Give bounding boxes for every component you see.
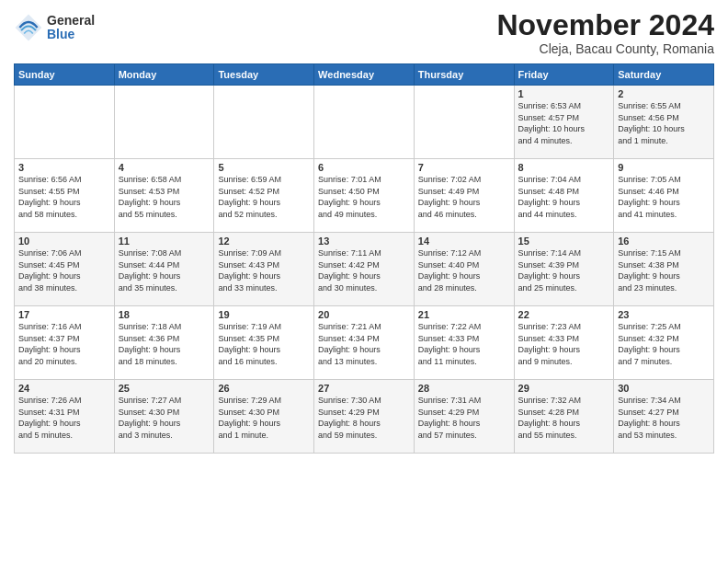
day-number: 3	[18, 162, 110, 173]
day-number: 20	[318, 309, 410, 320]
header-tuesday: Tuesday	[214, 64, 314, 86]
day-number: 7	[418, 162, 510, 173]
day-number: 27	[318, 383, 410, 394]
cell-0-0	[15, 86, 115, 159]
day-info: Sunrise: 7:27 AM Sunset: 4:30 PM Dayligh…	[119, 395, 210, 441]
day-info: Sunrise: 7:21 AM Sunset: 4:34 PM Dayligh…	[318, 321, 410, 367]
header: General Blue November 2024 Cleja, Bacau …	[14, 9, 714, 56]
header-thursday: Thursday	[414, 64, 514, 86]
cell-3-3: 20Sunrise: 7:21 AM Sunset: 4:34 PM Dayli…	[314, 306, 415, 380]
day-info: Sunrise: 7:31 AM Sunset: 4:29 PM Dayligh…	[418, 395, 510, 441]
svg-marker-0	[16, 15, 42, 41]
cell-4-3: 27Sunrise: 7:30 AM Sunset: 4:29 PM Dayli…	[314, 380, 415, 454]
cell-1-0: 3Sunrise: 6:56 AM Sunset: 4:55 PM Daylig…	[15, 159, 115, 233]
title-section: November 2024 Cleja, Bacau County, Roman…	[496, 9, 714, 56]
week-row-2: 10Sunrise: 7:06 AM Sunset: 4:45 PM Dayli…	[15, 233, 714, 306]
cell-1-4: 7Sunrise: 7:02 AM Sunset: 4:49 PM Daylig…	[414, 159, 514, 233]
day-number: 18	[119, 309, 210, 320]
cell-4-2: 26Sunrise: 7:29 AM Sunset: 4:30 PM Dayli…	[214, 380, 314, 454]
day-number: 8	[518, 162, 610, 173]
cell-0-2	[214, 86, 314, 159]
day-number: 15	[518, 236, 610, 247]
day-number: 2	[618, 88, 710, 99]
day-info: Sunrise: 7:16 AM Sunset: 4:37 PM Dayligh…	[18, 321, 110, 367]
day-number: 23	[618, 309, 710, 320]
day-number: 11	[119, 236, 210, 247]
logo-blue-text: Blue	[47, 28, 95, 41]
day-info: Sunrise: 7:32 AM Sunset: 4:28 PM Dayligh…	[518, 395, 610, 441]
logo: General Blue	[14, 13, 95, 42]
logo-text: General Blue	[47, 14, 95, 42]
cell-2-1: 11Sunrise: 7:08 AM Sunset: 4:44 PM Dayli…	[114, 233, 214, 306]
day-info: Sunrise: 7:11 AM Sunset: 4:42 PM Dayligh…	[318, 247, 410, 293]
day-number: 5	[218, 162, 310, 173]
cell-3-0: 17Sunrise: 7:16 AM Sunset: 4:37 PM Dayli…	[15, 306, 115, 380]
day-info: Sunrise: 7:08 AM Sunset: 4:44 PM Dayligh…	[119, 247, 210, 293]
day-info: Sunrise: 6:56 AM Sunset: 4:55 PM Dayligh…	[18, 174, 110, 220]
cell-4-6: 30Sunrise: 7:34 AM Sunset: 4:27 PM Dayli…	[614, 380, 714, 454]
header-saturday: Saturday	[614, 64, 714, 86]
day-number: 14	[418, 236, 510, 247]
day-number: 24	[18, 383, 110, 394]
header-sunday: Sunday	[15, 64, 115, 86]
cell-2-6: 16Sunrise: 7:15 AM Sunset: 4:38 PM Dayli…	[614, 233, 714, 306]
day-number: 26	[218, 383, 310, 394]
day-info: Sunrise: 7:15 AM Sunset: 4:38 PM Dayligh…	[618, 247, 710, 293]
day-info: Sunrise: 7:25 AM Sunset: 4:32 PM Dayligh…	[618, 321, 710, 367]
day-number: 12	[218, 236, 310, 247]
cell-4-4: 28Sunrise: 7:31 AM Sunset: 4:29 PM Dayli…	[414, 380, 514, 454]
cell-4-1: 25Sunrise: 7:27 AM Sunset: 4:30 PM Dayli…	[114, 380, 214, 454]
week-row-0: 1Sunrise: 6:53 AM Sunset: 4:57 PM Daylig…	[15, 86, 714, 159]
cell-1-5: 8Sunrise: 7:04 AM Sunset: 4:48 PM Daylig…	[514, 159, 614, 233]
cell-2-5: 15Sunrise: 7:14 AM Sunset: 4:39 PM Dayli…	[514, 233, 614, 306]
cell-0-5: 1Sunrise: 6:53 AM Sunset: 4:57 PM Daylig…	[514, 86, 614, 159]
cell-3-6: 23Sunrise: 7:25 AM Sunset: 4:32 PM Dayli…	[614, 306, 714, 380]
cell-3-2: 19Sunrise: 7:19 AM Sunset: 4:35 PM Dayli…	[214, 306, 314, 380]
header-row: Sunday Monday Tuesday Wednesday Thursday…	[15, 64, 714, 86]
day-number: 30	[618, 383, 710, 394]
cell-1-2: 5Sunrise: 6:59 AM Sunset: 4:52 PM Daylig…	[214, 159, 314, 233]
cell-4-5: 29Sunrise: 7:32 AM Sunset: 4:28 PM Dayli…	[514, 380, 614, 454]
week-row-3: 17Sunrise: 7:16 AM Sunset: 4:37 PM Dayli…	[15, 306, 714, 380]
location: Cleja, Bacau County, Romania	[496, 41, 714, 56]
logo-icon	[14, 13, 43, 42]
day-info: Sunrise: 7:18 AM Sunset: 4:36 PM Dayligh…	[119, 321, 210, 367]
week-row-1: 3Sunrise: 6:56 AM Sunset: 4:55 PM Daylig…	[15, 159, 714, 233]
cell-1-1: 4Sunrise: 6:58 AM Sunset: 4:53 PM Daylig…	[114, 159, 214, 233]
day-number: 19	[218, 309, 310, 320]
day-number: 28	[418, 383, 510, 394]
cell-0-6: 2Sunrise: 6:55 AM Sunset: 4:56 PM Daylig…	[614, 86, 714, 159]
cell-0-4	[414, 86, 514, 159]
month-title: November 2024	[496, 9, 714, 41]
day-number: 22	[518, 309, 610, 320]
cell-1-3: 6Sunrise: 7:01 AM Sunset: 4:50 PM Daylig…	[314, 159, 415, 233]
day-info: Sunrise: 7:09 AM Sunset: 4:43 PM Dayligh…	[218, 247, 310, 293]
day-info: Sunrise: 7:04 AM Sunset: 4:48 PM Dayligh…	[518, 174, 610, 220]
day-info: Sunrise: 7:14 AM Sunset: 4:39 PM Dayligh…	[518, 247, 610, 293]
day-info: Sunrise: 7:02 AM Sunset: 4:49 PM Dayligh…	[418, 174, 510, 220]
calendar-table: Sunday Monday Tuesday Wednesday Thursday…	[14, 63, 714, 454]
cell-3-1: 18Sunrise: 7:18 AM Sunset: 4:36 PM Dayli…	[114, 306, 214, 380]
cell-2-4: 14Sunrise: 7:12 AM Sunset: 4:40 PM Dayli…	[414, 233, 514, 306]
header-friday: Friday	[514, 64, 614, 86]
day-number: 16	[618, 236, 710, 247]
logo-general-text: General	[47, 14, 95, 28]
cell-2-3: 13Sunrise: 7:11 AM Sunset: 4:42 PM Dayli…	[314, 233, 415, 306]
day-info: Sunrise: 7:05 AM Sunset: 4:46 PM Dayligh…	[618, 174, 710, 220]
day-info: Sunrise: 6:58 AM Sunset: 4:53 PM Dayligh…	[119, 174, 210, 220]
day-number: 29	[518, 383, 610, 394]
day-number: 17	[18, 309, 110, 320]
cell-4-0: 24Sunrise: 7:26 AM Sunset: 4:31 PM Dayli…	[15, 380, 115, 454]
day-number: 13	[318, 236, 410, 247]
day-info: Sunrise: 7:06 AM Sunset: 4:45 PM Dayligh…	[18, 247, 110, 293]
day-info: Sunrise: 6:59 AM Sunset: 4:52 PM Dayligh…	[218, 174, 310, 220]
page-container: General Blue November 2024 Cleja, Bacau …	[0, 0, 728, 458]
cell-3-4: 21Sunrise: 7:22 AM Sunset: 4:33 PM Dayli…	[414, 306, 514, 380]
day-info: Sunrise: 6:53 AM Sunset: 4:57 PM Dayligh…	[518, 100, 610, 146]
day-number: 4	[119, 162, 210, 173]
day-number: 1	[518, 88, 610, 99]
header-monday: Monday	[114, 64, 214, 86]
day-info: Sunrise: 7:01 AM Sunset: 4:50 PM Dayligh…	[318, 174, 410, 220]
header-wednesday: Wednesday	[314, 64, 415, 86]
day-info: Sunrise: 7:22 AM Sunset: 4:33 PM Dayligh…	[418, 321, 510, 367]
